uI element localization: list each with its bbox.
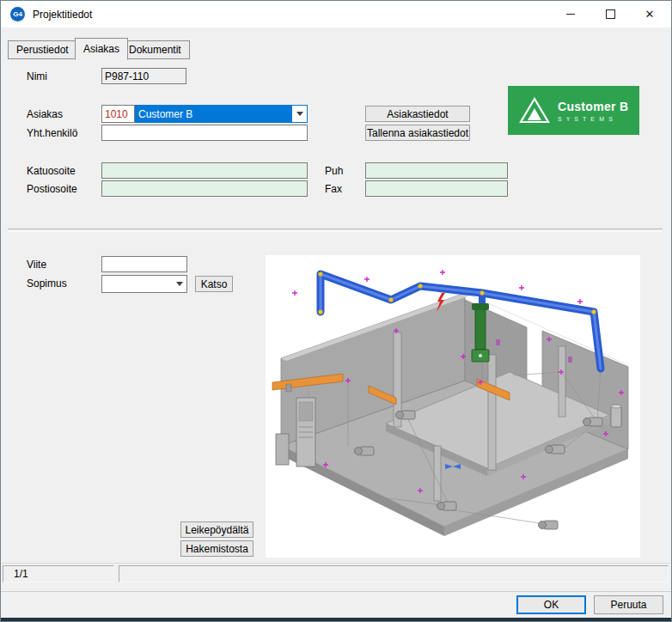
viite-input[interactable] (101, 256, 187, 272)
katuosoite-input[interactable] (101, 162, 308, 179)
leikepoydalta-button[interactable]: Leikepöydältä (180, 521, 254, 538)
nimi-label: Nimi (27, 70, 47, 82)
logo-brand-text: Customer B (558, 100, 628, 113)
viite-label: Viite (27, 259, 46, 271)
tab-asiakas[interactable]: Asiakas (75, 38, 128, 60)
minimize-button[interactable] (553, 1, 589, 27)
sopimus-combobox[interactable] (101, 275, 187, 293)
nimi-input[interactable] (101, 68, 186, 84)
puh-label: Puh (325, 165, 343, 177)
asiakas-code-field[interactable]: 1010 (101, 105, 135, 123)
asiakastiedot-button[interactable]: Asiakastiedot (365, 106, 470, 122)
chevron-down-icon[interactable] (292, 106, 307, 122)
postiosoite-label: Postiosoite (27, 183, 77, 195)
chevron-down-icon[interactable] (172, 276, 186, 292)
postiosoite-input[interactable] (101, 180, 308, 197)
fax-input[interactable] (365, 180, 508, 197)
maximize-icon (606, 9, 615, 19)
title-bar[interactable]: G4 Projektitiedot ✕ (1, 1, 671, 27)
sopimus-selected-option (102, 276, 172, 292)
asiakas-combobox[interactable]: Customer B (135, 105, 308, 123)
maximize-button[interactable] (592, 1, 628, 27)
tab-perustiedot[interactable]: Perustiedot (8, 40, 77, 59)
ok-button[interactable]: OK (516, 595, 586, 614)
window-title: Projektitiedot (33, 9, 92, 21)
peruuta-button[interactable]: Peruuta (594, 595, 663, 614)
close-button[interactable]: ✕ (632, 1, 668, 27)
status-panel (119, 565, 669, 582)
tab-dokumentit[interactable]: Dokumentit (120, 40, 190, 59)
barrel (611, 405, 621, 427)
sopimus-label: Sopimus (27, 277, 67, 290)
tallenna-asiakastiedot-button[interactable]: Tallenna asiakastiedot (365, 125, 470, 141)
status-bar: 1/1 (2, 563, 670, 584)
window-bottom-edge (1, 618, 671, 621)
fax-label: Fax (325, 183, 342, 195)
cad-preview-image (266, 255, 640, 558)
page-indicator: 1/1 (3, 565, 114, 582)
app-icon: G4 (10, 7, 25, 21)
asiakas-label: Asiakas (27, 108, 63, 120)
yht-henkilo-label: Yht.henkilö (27, 127, 77, 139)
arrow-glyph (296, 112, 303, 116)
katuosoite-label: Katuosoite (27, 165, 76, 177)
arrow-glyph (176, 282, 183, 286)
footer-divider (1, 591, 671, 592)
project-dialog: G4 Projektitiedot ✕ Perustiedot Asiakas … (0, 0, 672, 622)
hakemistosta-button[interactable]: Hakemistosta (180, 540, 254, 557)
logo-subtitle-text: S Y S T E M S (558, 116, 628, 122)
section-divider (8, 229, 663, 232)
yht-henkilo-input[interactable] (101, 125, 308, 141)
asiakas-selected-option: Customer B (136, 106, 292, 122)
customer-logo: Customer B S Y S T E M S (508, 86, 639, 135)
minimize-icon (566, 14, 575, 15)
close-icon: ✕ (645, 8, 655, 21)
katso-button[interactable]: Katso (195, 276, 233, 292)
puh-input[interactable] (365, 162, 508, 179)
mountain-triangle-icon (518, 97, 551, 125)
